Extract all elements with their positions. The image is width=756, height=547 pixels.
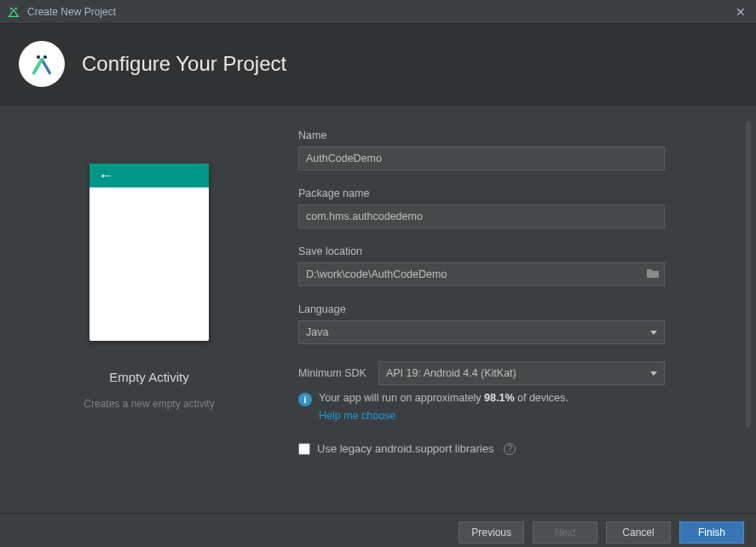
- fade-mask: [298, 498, 734, 513]
- package-label: Package name: [298, 187, 734, 199]
- legacy-row: Use legacy android.support libraries ?: [298, 442, 734, 455]
- svg-point-2: [37, 55, 40, 59]
- name-input[interactable]: [298, 147, 665, 170]
- footer: Previous Next Cancel Finish: [0, 513, 756, 547]
- location-label: Save location: [298, 245, 734, 257]
- compat-text: Your app will run on approximately 98.1%…: [319, 392, 568, 404]
- template-preview-column: ← Empty Activity Creates a new empty act…: [0, 106, 298, 513]
- scrollbar[interactable]: [746, 121, 751, 428]
- template-preview: ←: [89, 164, 209, 341]
- svg-point-3: [43, 55, 47, 59]
- finish-button[interactable]: Finish: [679, 521, 744, 544]
- package-input[interactable]: [298, 204, 665, 228]
- browse-folder-icon[interactable]: [646, 267, 660, 281]
- help-me-choose-link[interactable]: Help me choose: [319, 410, 395, 422]
- info-icon: i: [298, 393, 312, 406]
- field-location: Save location: [298, 245, 734, 286]
- android-studio-badge-icon: [19, 41, 65, 87]
- android-studio-logo-icon: [7, 5, 20, 19]
- content: ← Empty Activity Creates a new empty act…: [0, 106, 756, 513]
- preview-appbar: ←: [89, 164, 209, 187]
- header: Configure Your Project: [0, 24, 756, 106]
- back-arrow-icon: ←: [98, 168, 113, 183]
- close-icon[interactable]: ✕: [732, 5, 749, 19]
- window-title: Create New Project: [27, 6, 732, 18]
- svg-point-1: [14, 7, 17, 9]
- name-label: Name: [298, 130, 734, 141]
- language-select[interactable]: Java: [298, 320, 665, 344]
- compat-info: i Your app will run on approximately 98.…: [298, 392, 734, 406]
- form-column: Name Package name Save location Language…: [298, 106, 756, 513]
- minsdk-label: Minimum SDK: [298, 367, 366, 379]
- field-minsdk: Minimum SDK API 19: Android 4.4 (KitKat)…: [298, 361, 734, 422]
- template-description: Creates a new empty activity: [84, 398, 214, 410]
- language-label: Language: [298, 303, 734, 315]
- legacy-checkbox[interactable]: [298, 443, 310, 455]
- previous-button[interactable]: Previous: [459, 521, 524, 544]
- template-name: Empty Activity: [109, 370, 188, 384]
- help-icon[interactable]: ?: [504, 443, 516, 455]
- legacy-label: Use legacy android.support libraries: [317, 442, 493, 455]
- field-package: Package name: [298, 187, 734, 228]
- page-title: Configure Your Project: [82, 52, 286, 76]
- svg-point-0: [10, 7, 13, 9]
- next-button[interactable]: Next: [533, 521, 597, 544]
- location-input[interactable]: [298, 262, 665, 286]
- field-language: Language Java: [298, 303, 734, 344]
- titlebar: Create New Project ✕: [0, 0, 756, 24]
- cancel-button[interactable]: Cancel: [606, 521, 671, 544]
- minsdk-select[interactable]: API 19: Android 4.4 (KitKat): [378, 361, 665, 385]
- field-name: Name: [298, 130, 734, 170]
